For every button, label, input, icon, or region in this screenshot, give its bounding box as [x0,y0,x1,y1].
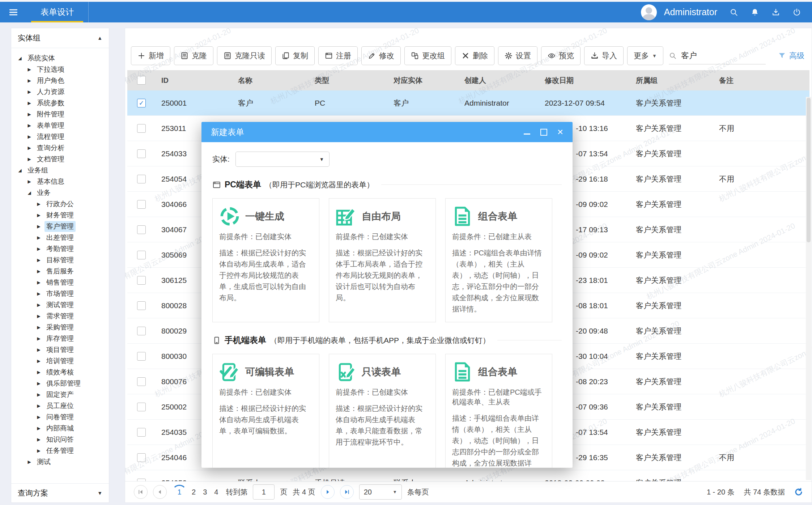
maximize-icon[interactable] [540,129,547,136]
tree-collapsed-icon[interactable]: ▶ [34,370,43,375]
search-icon[interactable] [730,8,738,17]
prev-page-button[interactable] [153,485,167,499]
tree-collapsed-icon[interactable]: ▶ [34,258,43,263]
row-checkbox[interactable] [137,301,146,310]
tree-collapsed-icon[interactable]: ▶ [34,325,43,330]
tree-item-业务组[interactable]: ◢业务组 [11,165,109,176]
page-number[interactable]: 3 [201,488,209,496]
sidebar-header[interactable]: 实体组 ▲ [11,28,109,48]
tree-item-绩效考核[interactable]: ▶绩效考核 [11,366,109,378]
column-header[interactable]: 修改日期 [539,76,630,85]
tree-collapsed-icon[interactable]: ▶ [25,179,34,184]
tree-item-人力资源[interactable]: ▶人力资源 [11,86,109,97]
row-checkbox[interactable] [137,327,146,335]
row-checkbox[interactable] [137,200,146,209]
tree-item-客户管理[interactable]: ▶客户管理 [11,221,109,232]
collapse-down-icon[interactable]: ▼ [97,490,102,496]
tree-collapsed-icon[interactable]: ▶ [34,448,43,453]
toolbar-button-更多[interactable]: 更多▼ [627,46,663,65]
tree-collapsed-icon[interactable]: ▶ [34,246,43,251]
tree-collapsed-icon[interactable]: ▶ [34,347,43,352]
page-number[interactable]: 4 [212,488,220,496]
sidebar-footer[interactable]: 查询方案 ▼ [11,483,109,502]
tree-item-出差管理[interactable]: ▶出差管理 [11,232,109,243]
toolbar-button-新增[interactable]: 新增 [131,46,170,65]
tree-collapsed-icon[interactable]: ▶ [25,67,34,72]
tree-collapsed-icon[interactable]: ▶ [34,291,43,296]
card-组合表单[interactable]: 组合表单前提条件：已创建主从表描述：PC端组合表单由详情（表单），相关（主从表）… [445,198,552,322]
tree-collapsed-icon[interactable]: ▶ [34,302,43,307]
tree-item-测试管理[interactable]: ▶测试管理 [11,299,109,310]
column-header[interactable]: 创建人 [459,76,539,85]
tree-collapsed-icon[interactable]: ▶ [34,415,43,420]
toolbar-button-设置[interactable]: 设置 [498,46,537,65]
tree-item-任务管理[interactable]: ▶任务管理 [11,445,109,456]
goto-page-input[interactable]: 1 [253,484,275,500]
row-checkbox[interactable] [137,352,146,361]
tree-item-行政办公[interactable]: ▶行政办公 [11,198,109,209]
last-page-button[interactable] [340,485,354,499]
tree-collapsed-icon[interactable]: ▶ [25,157,34,162]
tree-collapsed-icon[interactable]: ▶ [34,381,43,386]
tree-item-采购管理[interactable]: ▶采购管理 [11,322,109,333]
row-checkbox[interactable] [137,124,146,133]
advanced-filter-button[interactable]: 高级 [778,51,804,61]
page-size-select[interactable]: 20▼ [359,484,402,500]
row-checkbox[interactable] [137,149,146,158]
tree-item-系统实体[interactable]: ◢系统实体 [11,52,109,64]
column-header[interactable]: 所属组 [630,76,713,85]
tree-item-考勤管理[interactable]: ▶考勤管理 [11,243,109,254]
tree-item-流程管理[interactable]: ▶流程管理 [11,131,109,142]
toolbar-button-克隆[interactable]: 克隆 [174,46,213,65]
tree-expanded-icon[interactable]: ◢ [16,56,24,61]
row-checkbox[interactable] [137,428,146,437]
column-header[interactable]: 名称 [232,76,309,85]
toolbar-button-导入[interactable]: 导入 [584,46,624,65]
dialog-titlebar[interactable]: 新建表单 × [201,122,573,142]
card-可编辑表单[interactable]: 可编辑表单前提条件：已创建实体描述：根据已经设计好的实体自动布局生成手机端表单，… [212,354,319,468]
next-page-button[interactable] [321,485,335,499]
tree-collapsed-icon[interactable]: ▶ [34,358,43,364]
card-只读表单[interactable]: 只读表单前提条件：已创建实体描述：根据已经设计好的实体自动布局生成手机端表单，表… [329,354,436,468]
select-all-checkbox[interactable] [137,76,146,85]
tree-item-项目管理[interactable]: ▶项目管理 [11,344,109,355]
tree-collapsed-icon[interactable]: ▶ [34,235,43,240]
tree-collapsed-icon[interactable]: ▶ [25,459,34,464]
collapse-up-icon[interactable]: ▲ [97,35,102,41]
tree-collapsed-icon[interactable]: ▶ [25,89,34,94]
hamburger-menu-icon[interactable] [9,8,18,17]
refresh-icon[interactable] [794,488,803,496]
tree-collapsed-icon[interactable]: ▶ [34,403,43,408]
table-row[interactable]: ✓250001客户PC客户Administrator2023-12-07 09:… [127,90,809,116]
tree-item-财务管理[interactable]: ▶财务管理 [11,209,109,221]
tree-item-市场管理[interactable]: ▶市场管理 [11,288,109,299]
entity-select[interactable]: ▼ [235,152,330,167]
tree-collapsed-icon[interactable]: ▶ [34,280,43,285]
toolbar-button-预览[interactable]: 预览 [541,46,581,65]
tree-collapsed-icon[interactable]: ▶ [25,101,34,106]
tree-collapsed-icon[interactable]: ▶ [34,426,43,431]
tree-item-问卷管理[interactable]: ▶问卷管理 [11,411,109,423]
tree-item-表单管理[interactable]: ▶表单管理 [11,120,109,131]
row-checkbox[interactable] [137,377,146,386]
toolbar-button-删除[interactable]: 删除 [455,46,494,65]
tab-form-design[interactable]: 表单设计 [26,2,89,22]
tree-expanded-icon[interactable]: ◢ [25,190,34,195]
column-header[interactable]: 对应实体 [388,76,459,85]
first-page-button[interactable] [134,485,148,499]
tree-item-下拉选项[interactable]: ▶下拉选项 [11,64,109,75]
row-checkbox[interactable] [137,276,146,285]
toolbar-button-克隆只读[interactable]: 克隆只读 [217,46,272,65]
tree-item-知识问答[interactable]: ▶知识问答 [11,434,109,445]
tree-item-库存管理[interactable]: ▶库存管理 [11,333,109,344]
column-header[interactable]: ID [156,76,232,85]
column-header[interactable]: 备注 [713,76,809,85]
card-组合表单[interactable]: 组合表单前提条件：已创建PC端或手机端表单、主从表描述：手机端组合表单由详情（表… [445,354,552,468]
tree-item-内部商城[interactable]: ▶内部商城 [11,423,109,434]
power-icon[interactable] [792,8,801,17]
vertical-scrollbar[interactable] [806,97,811,480]
toolbar-button-复制[interactable]: 复制 [275,46,315,65]
tree-item-员工座位[interactable]: ▶员工座位 [11,400,109,411]
page-number-current[interactable]: 1 [172,485,187,499]
row-checkbox[interactable] [137,225,146,234]
